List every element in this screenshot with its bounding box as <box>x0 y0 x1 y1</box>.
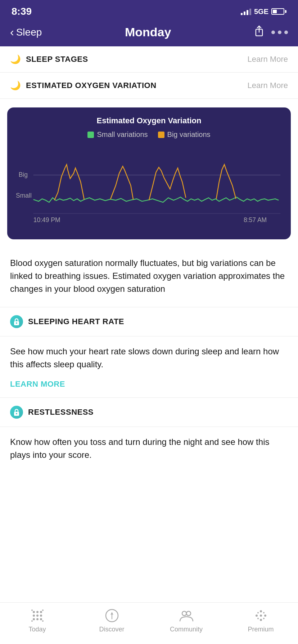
nav-community-label: Community <box>170 626 203 633</box>
back-label: Sleep <box>16 27 42 38</box>
content: 🌙 SLEEP STAGES Learn More 🌙 ESTIMATED OX… <box>0 46 298 536</box>
sleep-stages-learn-more[interactable]: Learn More <box>247 55 288 64</box>
svg-point-38 <box>260 615 262 617</box>
chart-area: Big Small 10:49 PM 8:57 AM <box>16 146 282 232</box>
svg-point-35 <box>263 618 265 619</box>
svg-point-36 <box>257 618 259 619</box>
lock-icon-2 <box>10 406 23 419</box>
oxygen-variation-learn-more[interactable]: Learn More <box>247 81 288 90</box>
sleeping-heart-rate-title: SLEEPING HEART RATE <box>28 317 124 326</box>
discover-icon <box>104 608 120 624</box>
svg-point-11 <box>16 413 17 414</box>
svg-point-18 <box>33 618 35 620</box>
chart-title: Estimated Oxygen Variation <box>16 116 282 125</box>
svg-point-28 <box>182 611 186 616</box>
nav-discover-label: Discover <box>99 626 124 633</box>
svg-point-30 <box>260 610 262 612</box>
svg-point-21 <box>31 610 33 611</box>
svg-point-22 <box>42 610 44 611</box>
oxygen-variation-title: ESTIMATED OXYGEN VARIATION <box>26 81 157 90</box>
svg-text:Big: Big <box>19 171 28 178</box>
bottom-nav: Today Discover Community <box>0 602 298 644</box>
back-arrow-icon: ‹ <box>10 26 14 39</box>
oxygen-variation-section: 🌙 ESTIMATED OXYGEN VARIATION Learn More <box>0 73 298 99</box>
legend-big-label: Big variations <box>167 130 211 139</box>
share-icon[interactable] <box>254 25 264 39</box>
lock-icon <box>10 315 23 328</box>
legend-small: Small variations <box>87 130 148 139</box>
sleeping-heart-rate-desc: See how much your heart rate slows down … <box>10 345 288 371</box>
sleeping-heart-rate-content: See how much your heart rate slows down … <box>0 336 298 397</box>
premium-icon <box>253 608 269 624</box>
svg-point-33 <box>256 615 258 617</box>
svg-text:Small: Small <box>16 192 32 199</box>
back-button[interactable]: ‹ Sleep <box>10 26 42 39</box>
moon-icon: 🌙 <box>10 54 21 64</box>
signal-bars-icon <box>241 8 251 15</box>
svg-point-14 <box>40 611 42 613</box>
sleep-stages-header-left: 🌙 SLEEP STAGES <box>10 54 88 64</box>
svg-point-15 <box>33 615 35 617</box>
svg-text:10:49 PM: 10:49 PM <box>33 217 60 224</box>
nav-today-label: Today <box>28 626 46 633</box>
sleeping-heart-rate-section: SLEEPING HEART RATE <box>0 307 298 336</box>
moon-icon-2: 🌙 <box>10 80 21 91</box>
svg-point-34 <box>263 612 265 613</box>
svg-text:8:57 AM: 8:57 AM <box>244 217 267 224</box>
svg-point-9 <box>16 322 17 324</box>
legend-big: Big variations <box>158 130 211 139</box>
network-label: 5GE <box>254 8 268 16</box>
nav-actions <box>254 25 288 39</box>
svg-point-32 <box>260 619 262 621</box>
svg-point-37 <box>257 612 259 613</box>
svg-point-20 <box>40 618 42 620</box>
nav-premium-label: Premium <box>248 626 274 633</box>
restlessness-desc: Know how often you toss and turn during … <box>10 436 288 461</box>
oxygen-description: Blood oxygen saturation normally fluctua… <box>0 248 298 307</box>
status-icons: 5GE <box>241 8 286 16</box>
svg-point-16 <box>36 615 39 617</box>
oxygen-variation-header-left: 🌙 ESTIMATED OXYGEN VARIATION <box>10 80 157 91</box>
nav-header: ‹ Sleep Monday <box>0 22 298 46</box>
sleep-stages-section: 🌙 SLEEP STAGES Learn More <box>0 46 298 73</box>
status-bar: 8:39 5GE <box>0 0 298 22</box>
restlessness-content: Know how often you toss and turn during … <box>0 427 298 479</box>
legend-orange-dot <box>158 132 164 138</box>
nav-discover[interactable]: Discover <box>94 608 130 633</box>
svg-point-29 <box>186 611 191 616</box>
svg-point-12 <box>33 611 35 613</box>
restlessness-section: RESTLESSNESS <box>0 397 298 427</box>
legend-green-dot <box>87 132 94 138</box>
svg-point-23 <box>31 620 33 622</box>
oxygen-variation-chart: Estimated Oxygen Variation Small variati… <box>7 107 291 239</box>
svg-point-19 <box>36 618 39 620</box>
chart-legend: Small variations Big variations <box>16 130 282 139</box>
status-time: 8:39 <box>12 6 32 17</box>
nav-today[interactable]: Today <box>19 608 55 633</box>
nav-premium[interactable]: Premium <box>243 608 279 633</box>
battery-icon <box>271 8 286 15</box>
legend-small-label: Small variations <box>97 130 148 139</box>
chart-svg: Big Small 10:49 PM 8:57 AM <box>16 146 282 232</box>
community-icon <box>179 608 194 624</box>
svg-point-13 <box>36 611 39 613</box>
more-options-button[interactable] <box>271 31 288 34</box>
learn-more-button[interactable]: LEARN MORE <box>10 380 65 388</box>
nav-community[interactable]: Community <box>168 608 204 633</box>
svg-point-17 <box>40 615 42 617</box>
page-title: Monday <box>125 25 171 39</box>
svg-point-24 <box>42 620 44 622</box>
svg-point-31 <box>264 615 266 617</box>
sleep-stages-title: SLEEP STAGES <box>26 55 88 64</box>
restlessness-title: RESTLESSNESS <box>28 408 94 417</box>
today-icon <box>30 608 45 624</box>
